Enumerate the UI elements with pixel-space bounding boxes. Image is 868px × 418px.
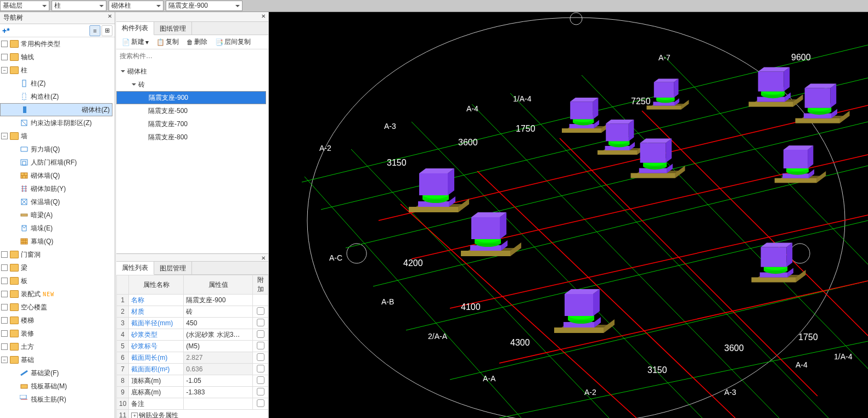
- comp-sub[interactable]: 砖: [116, 78, 268, 91]
- expand-icon[interactable]: [1, 317, 8, 324]
- checkbox-icon[interactable]: [257, 365, 264, 372]
- nav-close-icon[interactable]: ✕: [106, 13, 114, 21]
- expand-icon[interactable]: −: [1, 133, 8, 139]
- prop-row[interactable]: 3截面半径(mm)450: [117, 318, 268, 329]
- isolation-bearing[interactable]: [409, 168, 469, 212]
- expand-icon[interactable]: [1, 330, 8, 337]
- comp-item[interactable]: 隔震支座-500: [116, 104, 268, 117]
- nav-item[interactable]: 保温墙(Q): [0, 195, 115, 208]
- checkbox-icon[interactable]: [257, 376, 264, 384]
- viewport-3d[interactable]: A-796001/A-4A-47250A-31750A-236003150A-C…: [269, 12, 868, 418]
- prop-row[interactable]: 9底标高(m)-1.383: [117, 387, 268, 398]
- isolation-bearing[interactable]: [749, 67, 803, 107]
- nav-item[interactable]: 轴线: [0, 50, 115, 64]
- view-list-icon[interactable]: ≡: [89, 25, 100, 36]
- prop-extra[interactable]: [253, 375, 268, 387]
- prop-value[interactable]: [184, 398, 253, 410]
- add-category-icon[interactable]: +*: [2, 26, 10, 35]
- prop-row[interactable]: 7截面面积(m²)0.636: [117, 364, 268, 375]
- checkbox-icon[interactable]: [257, 399, 264, 407]
- prop-row[interactable]: 5砂浆标号(M5): [117, 341, 268, 352]
- nav-item[interactable]: 墙垛(E): [0, 222, 115, 235]
- expand-icon[interactable]: [1, 278, 8, 284]
- comp-item[interactable]: 隔震支座-700: [116, 117, 268, 131]
- delete-button[interactable]: 🗑 删除: [184, 37, 210, 48]
- expand-icon[interactable]: [1, 343, 8, 350]
- nav-item[interactable]: 约束边缘非阴影区(Z): [0, 116, 115, 129]
- isolation-bearing[interactable]: [775, 145, 826, 183]
- nav-item[interactable]: −墙: [0, 129, 115, 143]
- copy-button[interactable]: 📋 复制: [154, 37, 181, 48]
- expand-icon[interactable]: [1, 41, 8, 47]
- nav-item[interactable]: 幕墙(Q): [0, 235, 115, 248]
- tab-layers[interactable]: 图层管理: [154, 262, 192, 275]
- nav-item[interactable]: 装修: [0, 327, 115, 340]
- nav-item[interactable]: 基础梁(F): [0, 366, 115, 380]
- nav-item[interactable]: 土方: [0, 340, 115, 353]
- nav-item[interactable]: 暗梁(A): [0, 208, 115, 222]
- expand-icon[interactable]: [1, 251, 8, 258]
- expand-icon[interactable]: [1, 264, 8, 271]
- comp-root[interactable]: 砌体柱: [116, 65, 268, 78]
- center-close-icon[interactable]: ✕: [260, 13, 267, 21]
- prop-value[interactable]: 隔震支座-900: [184, 295, 253, 306]
- nav-item[interactable]: 板: [0, 274, 115, 287]
- nav-item[interactable]: 门窗洞: [0, 248, 115, 261]
- search-input[interactable]: [116, 49, 268, 63]
- nav-item[interactable]: 砌体墙(Q): [0, 169, 115, 182]
- nav-item[interactable]: 筏板基础(M): [0, 380, 115, 393]
- expand-icon[interactable]: +: [131, 413, 138, 419]
- floor-copy-button[interactable]: 📑 层间复制: [213, 37, 253, 48]
- prop-value[interactable]: -1.05: [184, 375, 253, 387]
- isolation-bearing[interactable]: [752, 243, 806, 283]
- type-select[interactable]: 砌体柱: [109, 1, 164, 11]
- nav-item[interactable]: 剪力墙(Q): [0, 143, 115, 156]
- prop-extra[interactable]: [253, 398, 268, 410]
- prop-row[interactable]: 6截面周长(m)2.827: [117, 352, 268, 364]
- comp-item[interactable]: 隔震支座-900: [116, 91, 266, 104]
- prop-row[interactable]: 4砂浆类型(水泥砂浆 水泥3…: [117, 329, 268, 341]
- checkbox-icon[interactable]: [257, 330, 264, 338]
- prop-value[interactable]: 450: [184, 318, 253, 329]
- nav-item[interactable]: 筏板主筋(R): [0, 393, 115, 406]
- view-grid-icon[interactable]: ⊞: [102, 25, 112, 36]
- component-tree[interactable]: 砌体柱砖隔震支座-900隔震支座-500隔震支座-700隔震支座-800: [116, 63, 268, 146]
- expand-icon[interactable]: −: [1, 67, 8, 74]
- prop-value[interactable]: 砖: [184, 306, 253, 318]
- isolation-bearing[interactable]: [647, 79, 689, 110]
- nav-item[interactable]: 砌体加筋(Y): [0, 182, 115, 195]
- nav-item[interactable]: 构造柱(Z): [0, 90, 115, 103]
- nav-item[interactable]: 人防门框墙(RF): [0, 156, 115, 169]
- prop-extra[interactable]: [253, 318, 268, 329]
- checkbox-icon[interactable]: [257, 342, 264, 349]
- isolation-bearing[interactable]: [598, 120, 646, 155]
- prop-extra[interactable]: [253, 387, 268, 398]
- expand-icon[interactable]: [1, 54, 8, 60]
- isolation-bearing[interactable]: [796, 84, 850, 123]
- prop-row[interactable]: 2材质砖: [117, 306, 268, 318]
- expand-icon[interactable]: [1, 291, 8, 297]
- nav-item[interactable]: 空心楼盖: [0, 301, 115, 314]
- tab-drawing-mgmt[interactable]: 图纸管理: [154, 22, 192, 35]
- prop-row[interactable]: 10备注: [117, 398, 268, 410]
- nav-item[interactable]: 常用构件类型: [0, 37, 115, 50]
- nav-item[interactable]: 柱(Z): [0, 77, 115, 90]
- new-button[interactable]: 📄 新建 ▾: [120, 37, 151, 48]
- prop-close-icon[interactable]: ✕: [260, 255, 267, 263]
- comp-item[interactable]: 隔震支座-800: [116, 131, 268, 144]
- isolation-bearing[interactable]: [554, 289, 615, 333]
- checkbox-icon[interactable]: [257, 307, 264, 315]
- component-select[interactable]: 隔震支座-900: [166, 1, 243, 11]
- nav-item[interactable]: 楼梯: [0, 314, 115, 327]
- prop-extra[interactable]: [253, 306, 268, 318]
- prop-value[interactable]: (M5): [184, 341, 253, 352]
- floor-select[interactable]: 基础层: [0, 1, 49, 11]
- prop-extra[interactable]: [253, 329, 268, 341]
- expand-icon[interactable]: −: [1, 357, 8, 363]
- nav-item[interactable]: 装配式NEW: [0, 287, 115, 301]
- prop-row[interactable]: 11+钢筋业务属性: [117, 410, 268, 419]
- prop-value[interactable]: 0.636: [184, 364, 253, 375]
- nav-item[interactable]: −基础: [0, 353, 115, 366]
- isolation-bearing[interactable]: [562, 98, 610, 133]
- checkbox-icon[interactable]: [257, 353, 264, 361]
